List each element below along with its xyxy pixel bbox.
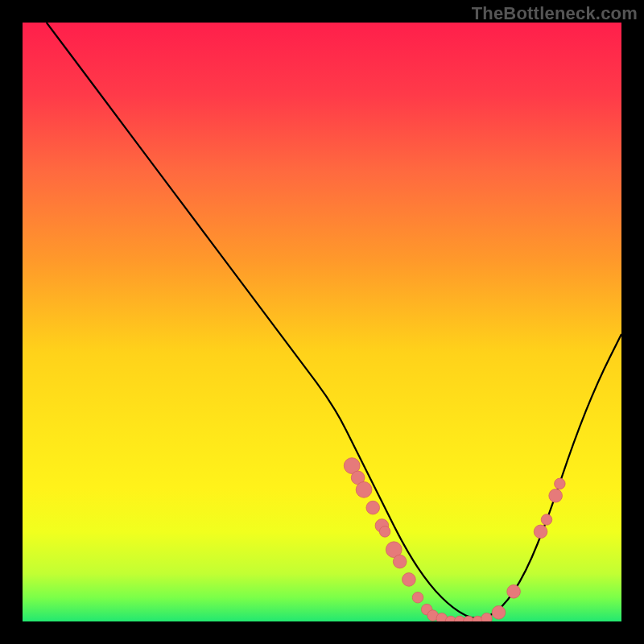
- chart-svg: [23, 23, 621, 621]
- marker-dot: [356, 481, 372, 497]
- marker-dot: [412, 592, 423, 603]
- marker-dot: [366, 501, 380, 514]
- plot-area: [23, 23, 621, 621]
- marker-dot: [379, 526, 390, 538]
- marker-dot: [481, 613, 493, 621]
- marker-dot: [402, 573, 416, 587]
- marker-dot: [555, 478, 566, 489]
- page-frame: TheBottleneck.com: [0, 0, 644, 644]
- marker-dot: [393, 555, 407, 568]
- marker-dot: [492, 606, 506, 620]
- marker-dot: [507, 584, 521, 598]
- marker-dot: [541, 514, 552, 526]
- gradient-bg: [23, 23, 621, 621]
- marker-dot: [549, 489, 563, 502]
- watermark: TheBottleneck.com: [472, 3, 638, 24]
- marker-dot: [534, 525, 547, 539]
